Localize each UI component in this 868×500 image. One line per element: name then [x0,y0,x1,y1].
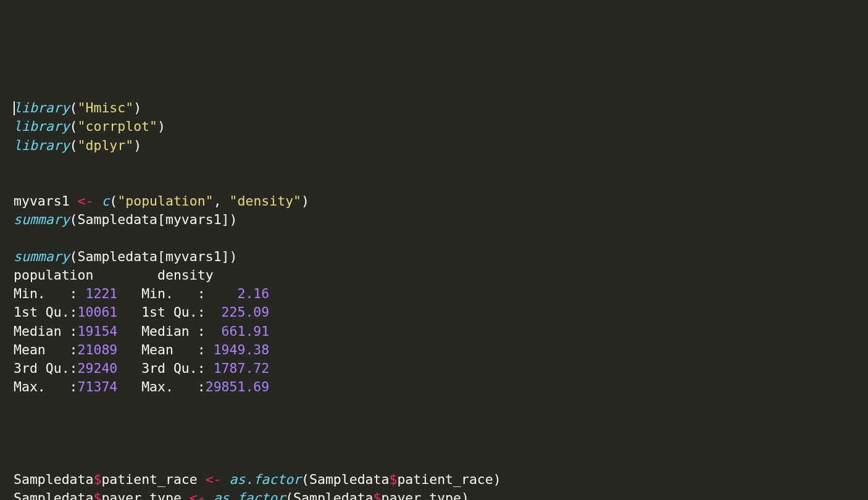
string-population: "population" [117,193,213,209]
fn-summary: summary [14,249,70,264]
string-density: "density" [230,193,302,209]
string-hmisc: "Hmisc" [78,100,134,115]
paren-open: ( [70,100,78,115]
code-editor[interactable]: library("Hmisc") library("corrplot") lib… [14,99,868,500]
field-payer-type: payer_type [101,490,181,500]
fn-library: library [14,119,70,134]
string-corrplot: "corrplot" [78,119,157,134]
paren-close: ) [133,100,141,115]
assign-op: <- [78,193,94,209]
field-patient-race: patient_race [101,472,197,487]
fn-summary: summary [14,212,70,227]
fn-as-factor: as.factor [230,472,302,487]
var-myvars1: myvars1 [14,193,70,209]
fn-c: c [101,193,109,209]
dollar-op: $ [93,472,101,487]
fn-library: library [14,138,70,153]
fn-library: library [14,100,70,115]
output-header: population density [14,267,214,283]
string-dplyr: "dplyr" [78,138,134,153]
